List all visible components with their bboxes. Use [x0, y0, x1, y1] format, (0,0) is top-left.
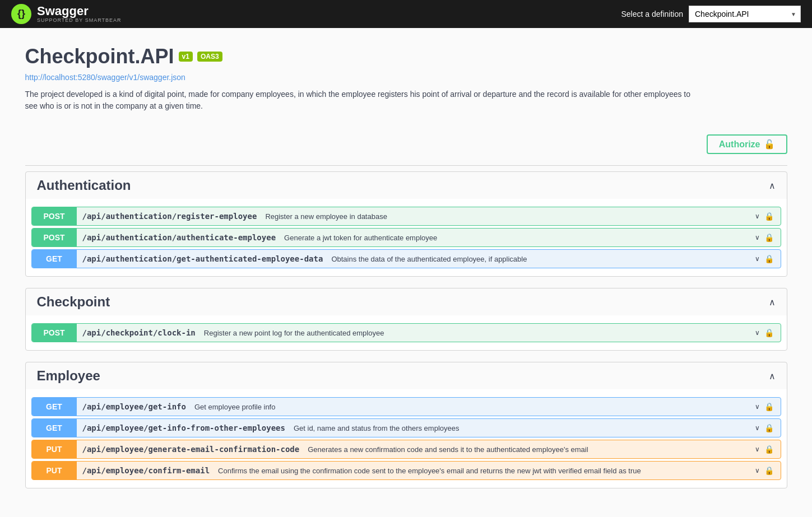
method-badge-put: PUT [32, 440, 77, 458]
endpoint-chevron-icon: ∨ [755, 255, 760, 263]
api-title: Checkpoint.API [25, 45, 174, 68]
endpoint-description: Register a new employee in database [262, 208, 748, 225]
badge-v1: v1 [179, 52, 193, 62]
endpoint-row[interactable]: GET/api/authentication/get-authenticated… [31, 249, 781, 268]
method-badge-post: POST [32, 324, 77, 342]
endpoint-path: /api/employee/get-info-from-other-employ… [77, 419, 291, 437]
endpoint-row[interactable]: GET/api/employee/get-infoGet employee pr… [31, 397, 781, 416]
section-header-employee[interactable]: Employee∧ [26, 362, 787, 389]
section-body-authentication: POST/api/authentication/register-employe… [26, 199, 787, 276]
endpoint-path: /api/employee/confirm-email [77, 462, 216, 479]
section-header-checkpoint[interactable]: Checkpoint∧ [26, 288, 787, 315]
section-header-authentication[interactable]: Authentication∧ [26, 172, 787, 199]
endpoint-actions: ∨🔒 [748, 398, 781, 416]
section-title-employee: Employee [37, 368, 100, 384]
endpoint-actions: ∨🔒 [748, 462, 781, 479]
endpoint-lock-icon: 🔒 [764, 466, 774, 475]
endpoint-chevron-icon: ∨ [755, 424, 760, 432]
endpoint-lock-icon: 🔒 [764, 423, 774, 432]
endpoint-actions: ∨🔒 [748, 419, 781, 437]
section-chevron-authentication: ∧ [769, 180, 776, 191]
section-body-employee: GET/api/employee/get-infoGet employee pr… [26, 389, 787, 488]
endpoint-path: /api/authentication/authenticate-employe… [77, 229, 282, 246]
method-badge-get: GET [32, 398, 77, 416]
endpoint-row[interactable]: POST/api/authentication/authenticate-emp… [31, 228, 781, 247]
endpoint-chevron-icon: ∨ [755, 329, 760, 337]
section-employee: Employee∧GET/api/employee/get-infoGet em… [25, 362, 787, 488]
section-chevron-employee: ∧ [769, 371, 776, 381]
section-title-checkpoint: Checkpoint [37, 294, 110, 310]
method-badge-get: GET [32, 419, 77, 437]
method-badge-post: POST [32, 229, 77, 246]
endpoint-chevron-icon: ∨ [755, 467, 760, 474]
endpoint-description: Register a new point log for the authent… [201, 324, 748, 342]
endpoint-path: /api/checkpoint/clock-in [77, 324, 201, 342]
endpoint-lock-icon: 🔒 [764, 233, 774, 242]
app-header: {} Swagger SUPPORTED BY SMARTBEAR Select… [0, 0, 812, 28]
svg-text:{}: {} [17, 8, 25, 19]
endpoint-chevron-icon: ∨ [755, 212, 760, 220]
endpoint-path: /api/authentication/register-employee [77, 207, 263, 225]
method-badge-put: PUT [32, 462, 77, 479]
endpoint-lock-icon: 🔒 [764, 402, 774, 411]
endpoint-row[interactable]: PUT/api/employee/confirm-emailConfirms t… [31, 461, 781, 480]
logo-subtitle: SUPPORTED BY SMARTBEAR [37, 17, 122, 23]
logo-title: Swagger [37, 5, 122, 17]
endpoint-description: Obtains the data of the authenticated em… [328, 250, 748, 268]
method-badge-post: POST [32, 207, 77, 225]
endpoint-actions: ∨🔒 [748, 229, 781, 246]
endpoint-row[interactable]: POST/api/authentication/register-employe… [31, 207, 781, 226]
endpoint-description: Get id, name and status from the others … [291, 420, 748, 437]
endpoint-path: /api/employee/get-info [77, 398, 192, 416]
endpoint-description: Get employee profile info [192, 398, 748, 416]
definition-select[interactable]: Checkpoint.API [689, 6, 801, 22]
endpoint-path: /api/employee/generate-email-confirmatio… [77, 440, 305, 458]
api-title-row: Checkpoint.API v1 OAS3 [25, 45, 787, 68]
endpoint-actions: ∨🔒 [748, 207, 781, 225]
endpoint-lock-icon: 🔒 [764, 254, 774, 263]
section-body-checkpoint: POST/api/checkpoint/clock-inRegister a n… [26, 315, 787, 350]
endpoint-chevron-icon: ∨ [755, 445, 760, 453]
definition-select-wrapper[interactable]: Checkpoint.API [689, 6, 801, 22]
select-label: Select a definition [621, 10, 683, 18]
main-content: Checkpoint.API v1 OAS3 http://localhost:… [14, 28, 799, 516]
badge-oas3: OAS3 [197, 52, 222, 62]
endpoint-actions: ∨🔒 [748, 324, 781, 342]
lock-open-icon: 🔓 [764, 139, 775, 150]
api-info: Checkpoint.API v1 OAS3 http://localhost:… [25, 45, 787, 112]
endpoint-chevron-icon: ∨ [755, 403, 760, 411]
authorize-area: Authorize 🔓 [25, 123, 787, 160]
endpoint-row[interactable]: GET/api/employee/get-info-from-other-emp… [31, 418, 781, 437]
endpoint-lock-icon: 🔒 [764, 212, 774, 221]
authorize-label: Authorize [719, 139, 760, 150]
api-description: The project developed is a kind of digit… [25, 89, 698, 112]
main-divider [25, 165, 787, 166]
api-url[interactable]: http://localhost:5280/swagger/v1/swagger… [25, 73, 787, 82]
section-chevron-checkpoint: ∧ [769, 297, 776, 308]
endpoint-actions: ∨🔒 [748, 250, 781, 268]
endpoint-description: Generate a jwt token for authenticate em… [281, 229, 748, 246]
endpoint-chevron-icon: ∨ [755, 234, 760, 241]
definition-select-area: Select a definition Checkpoint.API [621, 6, 801, 22]
endpoint-lock-icon: 🔒 [764, 445, 774, 454]
authorize-button[interactable]: Authorize 🔓 [707, 134, 787, 154]
section-authentication: Authentication∧POST/api/authentication/r… [25, 171, 787, 277]
endpoint-description: Generates a new confirmation code and se… [305, 441, 748, 458]
swagger-logo-icon: {} [11, 4, 31, 24]
endpoint-lock-icon: 🔒 [764, 328, 774, 337]
sections-container: Authentication∧POST/api/authentication/r… [25, 171, 787, 488]
endpoint-row[interactable]: PUT/api/employee/generate-email-confirma… [31, 440, 781, 459]
endpoint-row[interactable]: POST/api/checkpoint/clock-inRegister a n… [31, 323, 781, 342]
endpoint-path: /api/authentication/get-authenticated-em… [77, 250, 329, 268]
endpoint-actions: ∨🔒 [748, 440, 781, 458]
endpoint-description: Confirms the email using the confirmatio… [215, 462, 748, 479]
logo-area: {} Swagger SUPPORTED BY SMARTBEAR [11, 4, 122, 24]
section-title-authentication: Authentication [37, 178, 131, 193]
section-checkpoint: Checkpoint∧POST/api/checkpoint/clock-inR… [25, 288, 787, 351]
method-badge-get: GET [32, 250, 77, 268]
